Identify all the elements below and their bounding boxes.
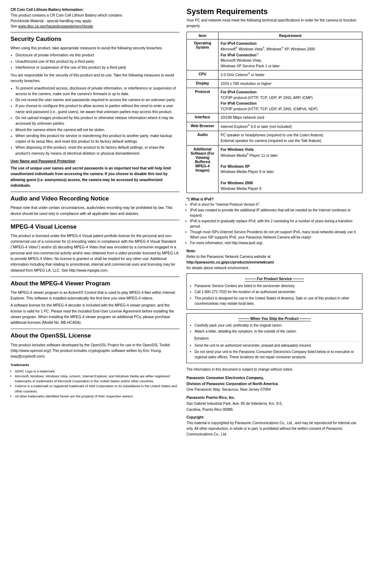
company1-addr: One Panasonic Way, Secaucus, New Jersey …	[186, 387, 271, 391]
display-item: Display	[187, 79, 218, 88]
company1-name: Panasonic Consumer Electronics Company,	[186, 376, 264, 380]
display-req: 1024 x 768 resolution or higher	[218, 79, 362, 88]
browser-req: Internet Explorer® 6.0 or later (not inc…	[218, 122, 362, 131]
table-row-display: Display 1024 x 768 resolution or higher	[187, 79, 362, 88]
security-bullet2-0: To prevent unauthorized access, disclosu…	[15, 85, 179, 97]
security-intro: When using this product, take appropriat…	[11, 45, 179, 51]
table-row-os: Operating System For IPv4 Connection Mic…	[187, 39, 362, 70]
protocol-req: For IPv4 Connection TCP/IP protocol (HTT…	[218, 88, 362, 113]
ship-product-list1: Carefully pack your unit, preferably in …	[195, 323, 359, 334]
ipv6-section: *1 What is IPv6? IPv6 is short for "Inte…	[186, 197, 362, 246]
security-bullet2-5: When sending this product for service or…	[15, 133, 179, 144]
table-row-protocol: Protocol For IPv4 Connection TCP/IP prot…	[187, 88, 362, 113]
security-bullet1-1: Unauthorized use of this product by a th…	[15, 58, 179, 64]
security-bullet2-4: Mount the camera where the camera will n…	[15, 127, 179, 132]
security-body: When using this product, take appropriat…	[11, 45, 179, 188]
company1-info: Panasonic Consumer Electronics Company, …	[186, 375, 362, 392]
mpeg4-viewer-title: About the MPEG-4 Viewer Program	[11, 280, 179, 287]
security-section: Security Cautions When using this produc…	[11, 35, 179, 188]
mpeg4-viewer-para1: The MPEG-4 viewer program is an ActiveX®…	[11, 290, 179, 301]
battery-line2: Perchlorate Material - special handling …	[11, 19, 92, 23]
ipv6-bullet-2: IPv6 is expected to gradually replace IP…	[190, 218, 362, 229]
ipv6-list: IPv6 is short for "Internet Protocol Ver…	[190, 202, 362, 246]
divider-mpeg4-viewer	[11, 277, 179, 277]
security-bullet1-2: Interference or suspension of the use of…	[15, 64, 179, 70]
company1-div: Division of Panasonic Corporation of Nor…	[186, 382, 278, 386]
table-row-browser: Web Browser Internet Explorer® 6.0 or la…	[187, 122, 362, 131]
cpu-item: CPU	[187, 70, 218, 79]
sys-req-section: System Requirements Your PC and network …	[186, 7, 362, 193]
note-section: Note: Refer to the Panasonic Network Cam…	[186, 248, 362, 271]
product-service-list: Panasonic Service Centers are listed in …	[195, 283, 359, 307]
table-row-interface: Interface 10/100 Mbps network card	[187, 113, 362, 122]
interface-item: Interface	[187, 113, 218, 122]
ship-bullet-3: Do not send your unit to the Panasonic C…	[195, 349, 359, 360]
ship-bullet-2: Send the unit to an authorized servicent…	[195, 343, 359, 348]
audio-video-para: Please note that under certain circumsta…	[11, 205, 179, 216]
table-row-software: Additional Software (For Viewing Buffere…	[187, 145, 362, 193]
mpeg4-license-para: This product is licensed under the MPEG-…	[11, 233, 179, 273]
symptom-label: Symptom	[194, 336, 359, 342]
protocol-item: Protocol	[187, 88, 218, 113]
copyright-title: Copyright:	[186, 415, 204, 419]
right-column: System Requirements Your PC and network …	[186, 7, 362, 439]
trademarks-title: Trademarks	[11, 363, 179, 367]
battery-link[interactable]: www.dtsc.ca.gov/hazardouswaste/perchlora…	[18, 24, 93, 28]
product-service-bullet-2: This product is designed for use in the …	[195, 296, 359, 307]
ship-bullet-0: Carefully pack your unit, preferably in …	[195, 323, 359, 328]
left-column: CR Coin Cell Lithium Battery Information…	[11, 7, 179, 439]
table-row-audio: Audio PC speaker or headphones (required…	[187, 131, 362, 146]
copyright-body: This material is copyrighted by Panasoni…	[186, 421, 356, 436]
ship-symptom: Symptom	[194, 336, 359, 342]
sys-req-intro: Your PC and network must meet the follow…	[186, 18, 362, 29]
openssl-title: About the OpenSSL License	[11, 332, 179, 340]
trademark-item-0: SDHC Logo is a trademark.	[15, 369, 179, 374]
trademark-item-1: Microsoft, Windows, Windows Vista, Activ…	[15, 374, 179, 384]
copyright-info: Copyright: This material is copyrighted …	[186, 415, 362, 437]
mpeg4-viewer-section: About the MPEG-4 Viewer Program The MPEG…	[11, 280, 179, 326]
security-subheading: User Name and Password Protection	[11, 158, 179, 164]
security-bullet1-0: Disclosure of private information via th…	[15, 52, 179, 58]
ship-bullet-1: Attach a letter, detailing the symptom, …	[195, 329, 359, 334]
bottom-notice: The information in this document is subj…	[186, 367, 362, 372]
battery-info: CR Coin Cell Lithium Battery Information…	[11, 7, 179, 29]
table-header-item: Item	[187, 32, 218, 39]
ship-product-box: ——— When You Ship the Product ——— Carefu…	[186, 313, 362, 363]
interface-req: 10/100 Mbps network card	[218, 113, 362, 122]
ipv6-bullet-3: Though most ISPs (Internet Service Provi…	[190, 229, 362, 240]
table-header-req: Requirement	[218, 32, 362, 39]
browser-item: Web Browser	[187, 122, 218, 131]
os-item: Operating System	[187, 39, 218, 70]
software-item: Additional Software (For Viewing Buffere…	[187, 145, 218, 193]
mpeg4-license-body: This product is licensed under the MPEG-…	[11, 233, 179, 273]
company2-addr: San Gabriel Industrial Park, Ave. 65 de …	[186, 401, 283, 406]
company2-city: Carolina, Puerto Rico 00985	[186, 407, 233, 411]
product-service-box: ——— For Product Service ——— Panasonic Se…	[186, 273, 362, 309]
page: CR Coin Cell Lithium Battery Information…	[0, 0, 380, 446]
trademarks-list: SDHC Logo is a trademark. Microsoft, Win…	[15, 369, 179, 399]
divider-openssl	[11, 329, 179, 329]
company2-name: Panasonic Puerto Rico, Inc.	[186, 395, 235, 400]
security-bullet2-1: Do not reveal the user names and passwor…	[15, 97, 179, 103]
ipv6-bullet-1: IPv6 was created to provide the addition…	[190, 208, 362, 218]
cpu-req: 2.0 GHz Celeron® or faster	[218, 70, 362, 79]
trademark-item-2: Celeron is a trademark or registered tra…	[15, 384, 179, 394]
security-bullets1: Disclosure of private information via th…	[15, 52, 179, 70]
security-title: Security Cautions	[11, 35, 179, 43]
security-bullet2-6: When disposing of this product, reset th…	[15, 144, 179, 156]
security-para2: You are responsible for the security of …	[11, 72, 179, 84]
os-req: For IPv4 Connection Microsoft® Windows V…	[218, 39, 362, 70]
note-title: Note:	[186, 249, 196, 253]
audio-video-section: Audio and Video Recording Notice Please …	[11, 195, 179, 216]
note-body: Refer to the Panasonic Network Camera we…	[186, 254, 274, 270]
openssl-body: This product includes software developed…	[11, 342, 179, 359]
software-req: For Windows Vista Windows Media® Player …	[218, 145, 362, 193]
ipv6-bullet-0: IPv6 is short for "Internet Protocol Ver…	[190, 202, 362, 207]
table-row-cpu: CPU 2.0 GHz Celeron® or faster	[187, 70, 362, 79]
security-bullet2-2: If you choose to configure this product …	[15, 103, 179, 114]
divider-mpeg4	[11, 220, 179, 220]
security-bold-note: The use of unique user names and secret …	[11, 165, 179, 188]
product-service-bullet-1: Call 1-800-272-7033 for the location of …	[195, 289, 359, 295]
mpeg4-license-title: MPEG-4 Visual License	[11, 223, 179, 231]
audio-video-title: Audio and Video Recording Notice	[11, 195, 179, 203]
